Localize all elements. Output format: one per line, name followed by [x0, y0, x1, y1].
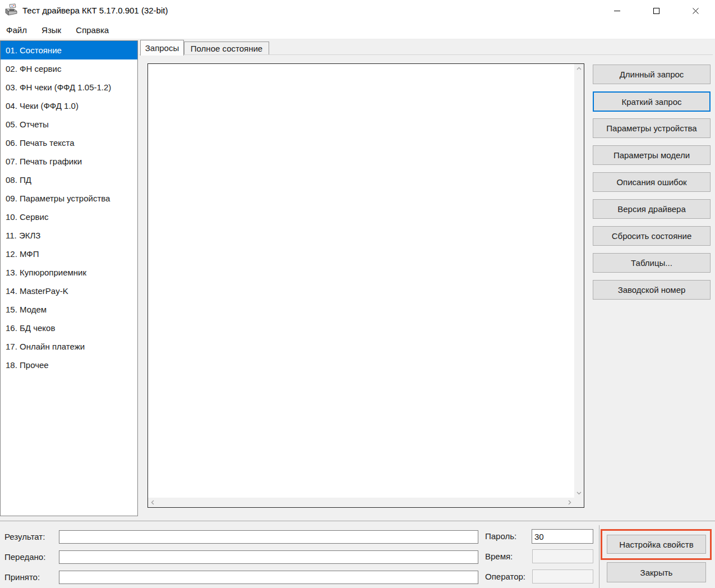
short-query-button[interactable]: Краткий запрос: [593, 91, 711, 112]
reset-state-button[interactable]: Сбросить состояние: [593, 226, 711, 246]
scrollbar-corner: [574, 498, 584, 507]
chevron-down-icon: [576, 490, 582, 496]
sidebar-item-receipt-db[interactable]: 16. БД чеков: [1, 319, 137, 337]
sidebar-item-other[interactable]: 18. Прочее: [1, 356, 137, 374]
horizontal-scrollbar[interactable]: [148, 498, 574, 507]
sidebar-item-bill-acceptor[interactable]: 13. Купюроприемник: [1, 263, 137, 282]
sidebar-item-masterpay[interactable]: 14. MasterPay-K: [1, 282, 137, 300]
query-output-text: [150, 66, 571, 495]
sidebar-item-reports[interactable]: 05. Отчеты: [1, 115, 137, 134]
footer-vertical-divider: [599, 525, 599, 588]
app-window: Тест драйвера ККТ 5.17.0.901 (32-bit) Фа…: [0, 0, 715, 588]
chevron-left-icon: [150, 499, 156, 506]
title-bar: Тест драйвера ККТ 5.17.0.901 (32-bit): [0, 0, 715, 21]
maximize-button[interactable]: [643, 0, 669, 21]
long-query-button[interactable]: Длинный запрос: [593, 65, 711, 84]
operator-field: [532, 569, 593, 584]
close-app-button[interactable]: Закрыть: [607, 562, 706, 582]
close-button[interactable]: [682, 0, 708, 21]
operator-label: Оператор:: [485, 569, 525, 584]
time-label: Время:: [485, 549, 513, 563]
menu-file[interactable]: Файл: [0, 21, 33, 39]
scroll-right-button[interactable]: [565, 498, 574, 507]
window-title: Тест драйвера ККТ 5.17.0.901 (32-bit): [22, 0, 168, 21]
received-label: Принято:: [4, 571, 40, 584]
footer-separator: [0, 521, 715, 521]
sent-field: [59, 550, 478, 564]
tabpage-top-edge: [139, 54, 713, 55]
result-field: [59, 530, 478, 544]
sent-label: Передано:: [4, 550, 45, 564]
tab-full-status[interactable]: Полное состояние: [184, 42, 269, 55]
scroll-down-button[interactable]: [574, 488, 584, 498]
menu-help[interactable]: Справка: [70, 21, 115, 39]
sidebar-item-modem[interactable]: 15. Модем: [1, 300, 137, 319]
scroll-left-button[interactable]: [148, 498, 158, 507]
driver-version-button[interactable]: Версия драйвера: [593, 199, 711, 219]
model-params-button[interactable]: Параметры модели: [593, 145, 711, 165]
menu-bar: Файл Язык Справка: [0, 21, 715, 39]
password-input[interactable]: [532, 529, 593, 544]
sidebar-item-fn-service[interactable]: 02. ФН сервис: [1, 59, 137, 78]
sidebar-item-print-text[interactable]: 06. Печать текста: [1, 134, 137, 152]
sidebar-item-pd[interactable]: 08. ПД: [1, 171, 137, 189]
sidebar-item-online-payments[interactable]: 17. Онлайн платежи: [1, 337, 137, 356]
query-output-area[interactable]: [147, 63, 584, 508]
device-params-button[interactable]: Параметры устройства: [593, 118, 711, 138]
sidebar-item-mfp[interactable]: 12. МФП: [1, 245, 137, 263]
result-label: Результат:: [4, 530, 45, 544]
chevron-up-icon: [576, 66, 582, 72]
scroll-up-button[interactable]: [574, 64, 584, 74]
sidebar-item-device-params[interactable]: 09. Параметры устройства: [1, 189, 137, 208]
sidebar-item-status[interactable]: 01. Состояние: [1, 41, 137, 59]
vertical-scrollbar[interactable]: [574, 64, 584, 498]
section-list: 01. Состояние 02. ФН сервис 03. ФН чеки …: [0, 40, 138, 516]
maximize-icon: [653, 7, 660, 15]
sidebar-item-eklz[interactable]: 11. ЭКЛЗ: [1, 226, 137, 245]
sidebar-item-print-graphics[interactable]: 07. Печать графики: [1, 152, 137, 171]
received-field: [59, 571, 478, 584]
driver-settings-button[interactable]: Настройка свойств: [607, 535, 706, 554]
error-descriptions-button[interactable]: Описания ошибок: [593, 172, 711, 192]
close-icon: [692, 7, 699, 15]
minimize-button[interactable]: [604, 0, 630, 21]
chevron-right-icon: [566, 499, 573, 506]
minimize-icon: [613, 7, 621, 15]
menu-language[interactable]: Язык: [35, 21, 67, 39]
tables-button[interactable]: Таблицы...: [593, 253, 711, 273]
sidebar-item-fn-receipts[interactable]: 03. ФН чеки (ФФД 1.05-1.2): [1, 78, 137, 97]
time-field: [532, 549, 593, 563]
tab-queries[interactable]: Запросы: [140, 40, 184, 56]
printer-icon: [4, 3, 19, 18]
sidebar-item-receipts[interactable]: 04. Чеки (ФФД 1.0): [1, 97, 137, 115]
sidebar-item-service[interactable]: 10. Сервис: [1, 208, 137, 226]
serial-number-button[interactable]: Заводской номер: [593, 280, 711, 300]
password-label: Пароль:: [485, 529, 516, 544]
